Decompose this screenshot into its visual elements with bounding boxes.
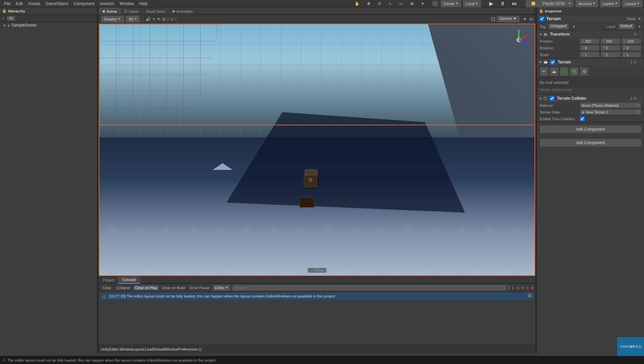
transform-more-icon[interactable]: ⋮ — [638, 32, 642, 37]
tab-game[interactable]: ⊡ Game — [121, 8, 142, 14]
menu-edit[interactable]: Edit — [13, 0, 26, 7]
layers-dropdown[interactable]: Layers — [600, 0, 620, 7]
collider-more-icon[interactable]: ⋮ — [638, 96, 642, 101]
scale-y-field[interactable]: Y 1 — [601, 52, 620, 57]
console-clear-on-build-btn[interactable]: Clear on Build — [160, 285, 187, 290]
rect-tool-icon[interactable]: ▭ — [397, 0, 406, 7]
terrain-settings-icon[interactable]: ⚙ — [634, 60, 637, 64]
custom-tool-icon[interactable]: ✦ — [418, 0, 427, 7]
layout-dropdown[interactable]: Layout — [622, 0, 643, 7]
inspector-more-icon[interactable]: ⋮ — [638, 9, 642, 13]
console-editor-dropdown[interactable]: Editor — [213, 285, 231, 291]
scene-audio-icon[interactable]: 🔊 — [146, 17, 151, 21]
add-component-btn-2[interactable]: Add Component — [540, 139, 641, 147]
collider-info-icon[interactable]: ℹ — [631, 96, 632, 101]
tag-dropdown[interactable]: Untagged — [548, 24, 569, 30]
position-y-field[interactable]: Y 100 — [601, 38, 620, 44]
play-button[interactable]: ▶ — [487, 0, 496, 7]
transform-tool-icon[interactable]: ⊕ — [408, 0, 416, 7]
tab-console[interactable]: Console — [118, 276, 140, 284]
console-clear-btn[interactable]: Clear — [101, 285, 113, 290]
scene-tabs-more[interactable]: ⋮ — [527, 7, 535, 14]
position-x-field[interactable]: X 250 — [580, 38, 599, 44]
hand-tool-icon[interactable]: ✋ — [352, 0, 362, 7]
terrain-tool-paint[interactable]: ✏ — [540, 67, 548, 76]
console-error-icon[interactable]: ⊗ — [526, 285, 529, 290]
console-search-input[interactable] — [232, 285, 507, 291]
object-active-checkbox[interactable] — [540, 16, 544, 21]
console-warning-icon[interactable]: ⚠ — [516, 285, 520, 290]
menu-component[interactable]: Component — [71, 0, 97, 7]
terrain-tool-trees[interactable]: 🌲 — [560, 67, 568, 76]
enable-tree-checkbox[interactable] — [580, 117, 585, 121]
scene-view[interactable]: ⊞ X Y Z ← Persp — [99, 24, 535, 276]
console-collapse-btn[interactable]: Collapse — [114, 285, 132, 290]
collider-settings-icon[interactable]: ⚙ — [634, 96, 637, 101]
rotation-z-field[interactable]: Z 0 — [622, 45, 641, 51]
plastic-scm-btn[interactable]: 🔀 Plastic SCM — [525, 0, 574, 7]
hierarchy-scene-item[interactable]: ▼ ◈ SampleScene — [0, 22, 97, 28]
hierarchy-add-btn[interactable]: + — [1, 16, 5, 20]
console-message-0[interactable]: ⚠ [16:27:39] The editor layout could not… — [100, 292, 534, 301]
menu-assets[interactable]: Assets — [26, 0, 43, 7]
tab-animation[interactable]: ▶ Animation — [169, 8, 197, 14]
hierarchy-lock-icon[interactable]: 🔒 — [2, 9, 7, 13]
account-dropdown[interactable]: Account — [575, 0, 598, 7]
pivot-dropdown[interactable]: Center — [441, 0, 461, 7]
layer-dropdown[interactable]: Default — [618, 24, 635, 30]
tab-project[interactable]: Project — [99, 276, 118, 284]
menu-file[interactable]: File — [1, 0, 13, 7]
pause-button[interactable]: ⏸ — [497, 0, 508, 7]
terrain-data-field[interactable]: ◆ New Terrain 1 ⊙ — [580, 109, 641, 115]
rotation-x-field[interactable]: X 0 — [580, 45, 599, 51]
dimension-dropdown[interactable]: 3D — [126, 15, 140, 23]
terrain-data-pick-icon[interactable]: ⊙ — [637, 110, 640, 114]
terrain-tool-settings[interactable]: ⚙ — [580, 67, 589, 76]
menu-window[interactable]: Window — [117, 0, 137, 7]
material-field[interactable]: None (Physic Material) ⊙ — [580, 102, 641, 108]
terrain-collider-header[interactable]: ▼ ⬡ Terrain Collider ℹ ⚙ ⋮ — [537, 95, 644, 102]
scene-grid-icon[interactable]: ⊞ — [162, 17, 166, 21]
add-component-btn-1[interactable]: Add Component — [540, 125, 641, 133]
terrain-collider-enabled-checkbox[interactable] — [550, 96, 554, 101]
tab-scene[interactable]: ◈ Scene — [99, 8, 121, 14]
material-pick-icon[interactable]: ⊙ — [637, 103, 640, 107]
scene-snap-icon[interactable]: ⊙ — [170, 17, 174, 21]
scale-tool-icon[interactable]: ⤡ — [386, 0, 395, 7]
terrain-enabled-checkbox[interactable] — [550, 60, 555, 64]
menu-gameobject[interactable]: GameObject — [43, 0, 71, 7]
console-error-pause-btn[interactable]: Error Pause — [188, 285, 211, 290]
console-tabs-more[interactable]: ⋮ — [527, 276, 535, 283]
scale-z-field[interactable]: Z 1 — [622, 52, 641, 57]
scene-hidden-icon[interactable]: 👁 — [157, 17, 161, 21]
terrain-info-icon[interactable]: ℹ — [631, 60, 632, 64]
transform-settings-icon[interactable]: ⚙ — [634, 32, 637, 37]
hierarchy-more-icon[interactable]: ⋮ — [91, 9, 95, 13]
shading-dropdown[interactable]: Shaded — [101, 15, 124, 23]
console-clear-on-play-btn[interactable]: Clear on Play — [133, 285, 159, 290]
inspector-lock-icon[interactable]: 🔒 — [539, 9, 544, 13]
step-button[interactable]: ⏭ — [509, 0, 520, 7]
gizmos-dropdown[interactable]: Gizmos ▼ — [497, 16, 520, 22]
scene-effect-icon[interactable]: ✦ — [152, 17, 155, 21]
menu-help[interactable]: Help — [137, 0, 150, 7]
static-dropdown-icon[interactable]: ▼ — [638, 17, 641, 20]
space-dropdown[interactable]: Local — [463, 0, 481, 7]
terrain-more-icon[interactable]: ⋮ — [638, 60, 642, 64]
terrain-header[interactable]: ▼ 🏔 Terrain ℹ ⚙ ⋮ — [537, 58, 644, 66]
scene-camera-icon[interactable]: ⊡ — [491, 16, 495, 22]
tab-asset-store[interactable]: Asset Store — [142, 8, 169, 14]
scene-expand-arrow[interactable]: ▼ — [3, 24, 6, 27]
rotate-tool-icon[interactable]: ↺ — [375, 0, 384, 7]
menu-invector[interactable]: Invector — [97, 0, 117, 7]
position-z-field[interactable]: Z -250 — [622, 38, 641, 44]
terrain-tool-height[interactable]: ⛰ — [550, 67, 558, 76]
rotation-y-field[interactable]: Y 0 — [601, 45, 620, 51]
scale-x-field[interactable]: X 1 — [580, 52, 599, 57]
move-tool-icon[interactable]: ✥ — [364, 0, 373, 7]
console-info-icon[interactable]: ℹ — [508, 285, 510, 290]
transform-header[interactable]: ▼ ⊕ Transform ⚙ ⋮ — [537, 31, 644, 38]
terrain-collider-actions: ℹ ⚙ ⋮ — [631, 96, 642, 101]
hierarchy-all-btn[interactable]: All — [7, 16, 15, 21]
terrain-tool-details[interactable]: 🌿 — [570, 67, 579, 76]
